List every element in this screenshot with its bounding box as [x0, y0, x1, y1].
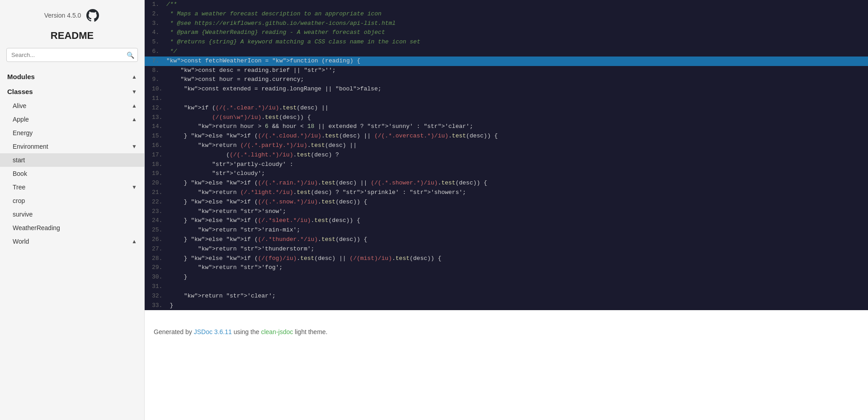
line-content: /** [163, 0, 868, 9]
line-number: 14. [145, 122, 166, 132]
version-label: Version 4.5.0 [44, 12, 81, 19]
line-number: 12. [145, 104, 166, 113]
code-line-1: 1./** [145, 0, 868, 9]
line-content: "kw">return "str">'rain-mix'; [166, 226, 868, 235]
modules-section: Modules ▲ [0, 69, 144, 84]
sidebar-item-start[interactable]: start [0, 153, 144, 167]
apple-chevron: ▲ [132, 116, 137, 123]
sidebar-item-crop[interactable]: crop [0, 194, 144, 208]
code-line-26: 26. } "kw">else "kw">if ((/.*thunder.*/i… [145, 235, 868, 245]
line-number: 27. [145, 245, 166, 254]
code-line-20: 20. } "kw">else "kw">if ((/(.*.rain.*)/i… [145, 179, 868, 188]
code-line-32: 32. "kw">return "str">'clear'; [145, 292, 868, 301]
code-line-31: 31. [145, 282, 868, 292]
line-content: } "kw">else "kw">if ((/(.*.cloud.*)/iu).… [166, 132, 868, 141]
line-number: 30. [145, 273, 166, 282]
code-line-24: 24. } "kw">else "kw">if ((/.*sleet.*/iu)… [145, 216, 868, 226]
classes-header[interactable]: Classes ▼ [0, 84, 144, 99]
code-line-15: 15. } "kw">else "kw">if ((/(.*.cloud.*)/… [145, 132, 868, 141]
line-content: "kw">const desc = reading.brief || "str"… [163, 66, 868, 76]
code-line-27: 27. "kw">return "str">'thunderstorm'; [145, 245, 868, 254]
alive-chevron: ▲ [132, 103, 137, 109]
footer-text-before: Generated by [154, 328, 194, 335]
line-content: "kw">if ((/(.*.clear.*)/iu).test(desc) |… [166, 104, 868, 113]
sidebar-item-book[interactable]: Book [0, 167, 144, 180]
line-content: "str">'partly-cloudy' : [166, 160, 868, 170]
sidebar-item-environment[interactable]: Environment ▼ [0, 140, 144, 153]
line-number: 26. [145, 235, 166, 245]
sidebar-item-apple[interactable]: Apple ▲ [0, 113, 144, 126]
line-content: "kw">const hour = reading.currency; [163, 75, 868, 85]
line-content: "kw">const fetchWeatherIcon = "kw">funct… [163, 57, 868, 66]
line-number: 13. [145, 113, 166, 123]
line-number: 11. [145, 94, 166, 104]
readme-title[interactable]: README [0, 27, 144, 48]
line-content: "kw">return (/.*light.*/iu).test(desc) ?… [166, 188, 868, 198]
line-number: 8. [145, 66, 163, 76]
main-content: 1./**2. * Maps a weather forecast descri… [145, 0, 868, 420]
code-line-6: 6. */ [145, 47, 868, 57]
line-content: } "kw">else "kw">if ((/.*thunder.*/iu).t… [166, 235, 868, 245]
line-number: 31. [145, 282, 166, 292]
line-number: 7. [145, 57, 163, 66]
code-line-11: 11. [145, 94, 868, 104]
world-chevron: ▲ [132, 238, 137, 245]
theme-link[interactable]: clean-jsdoc [261, 328, 293, 335]
sidebar-item-world[interactable]: World ▲ [0, 235, 144, 248]
line-content: "kw">return "str">'clear'; [166, 292, 868, 301]
line-number: 25. [145, 226, 166, 235]
code-line-21: 21. "kw">return (/.*light.*/iu).test(des… [145, 188, 868, 198]
jsdoc-link[interactable]: JSDoc 3.6.11 [194, 328, 232, 335]
code-line-29: 29. "kw">return "str">'fog'; [145, 263, 868, 273]
line-content: "kw">const extended = reading.longRange … [166, 85, 868, 94]
code-line-28: 28. } "kw">else "kw">if ((/(fog)/iu).tes… [145, 254, 868, 264]
tree-label: Tree [13, 184, 25, 191]
line-number: 10. [145, 85, 166, 94]
line-content: } "kw">else "kw">if ((/(.*.rain.*)/iu).t… [166, 179, 868, 188]
footer: Generated by JSDoc 3.6.11 using the clea… [145, 310, 868, 344]
line-number: 4. [145, 28, 163, 38]
modules-header[interactable]: Modules ▲ [0, 69, 144, 84]
line-number: 22. [145, 198, 166, 207]
line-number: 33. [145, 301, 166, 311]
line-number: 20. [145, 179, 166, 188]
code-line-14: 14. "kw">return hour > 6 && hour < 18 ||… [145, 122, 868, 132]
line-content: (/(sun\w*)/iu).test(desc)) { [166, 113, 868, 123]
line-number: 18. [145, 160, 166, 170]
code-line-19: 19. "str">'cloudy'; [145, 169, 868, 179]
sidebar-item-weatherreading[interactable]: WeatherReading [0, 221, 144, 235]
code-line-12: 12. "kw">if ((/(.*.clear.*)/iu).test(des… [145, 104, 868, 113]
sidebar-item-survive[interactable]: survive [0, 208, 144, 221]
sidebar-header: Version 4.5.0 [0, 0, 144, 27]
sidebar-item-alive[interactable]: Alive ▲ [0, 99, 144, 113]
line-number: 29. [145, 263, 166, 273]
code-line-4: 4. * @param {WeatherReading} reading - A… [145, 28, 868, 38]
line-number: 17. [145, 151, 166, 160]
code-line-33: 33.} [145, 301, 868, 311]
line-number: 32. [145, 292, 166, 301]
code-line-5: 5. * @returns {string} A keyword matchin… [145, 38, 868, 47]
line-number: 21. [145, 188, 166, 198]
code-line-16: 16. "kw">return (/(.*.partly.*)/iu).test… [145, 141, 868, 151]
github-icon[interactable] [85, 8, 100, 23]
line-number: 5. [145, 38, 163, 47]
code-line-9: 9. "kw">const hour = reading.currency; [145, 75, 868, 85]
survive-label: survive [13, 211, 33, 218]
line-number: 2. [145, 9, 163, 19]
line-content: "str">'cloudy'; [166, 169, 868, 179]
code-line-23: 23. "kw">return "str">'snow'; [145, 207, 868, 217]
code-block: 1./**2. * Maps a weather forecast descri… [145, 0, 868, 310]
sidebar-item-energy[interactable]: Energy [0, 126, 144, 140]
line-number: 6. [145, 47, 163, 57]
line-number: 23. [145, 207, 166, 217]
line-content: * Maps a weather forecast description to… [163, 9, 868, 19]
line-content: } "kw">else "kw">if ((/.*sleet.*/iu).tes… [166, 216, 868, 226]
environment-chevron: ▼ [132, 143, 137, 150]
line-number: 19. [145, 169, 166, 179]
line-number: 28. [145, 254, 166, 264]
search-input[interactable] [6, 48, 138, 62]
search-box[interactable]: 🔍 [6, 48, 138, 62]
sidebar-item-tree[interactable]: Tree ▼ [0, 180, 144, 194]
line-content [166, 94, 868, 104]
line-content: } [166, 301, 868, 311]
